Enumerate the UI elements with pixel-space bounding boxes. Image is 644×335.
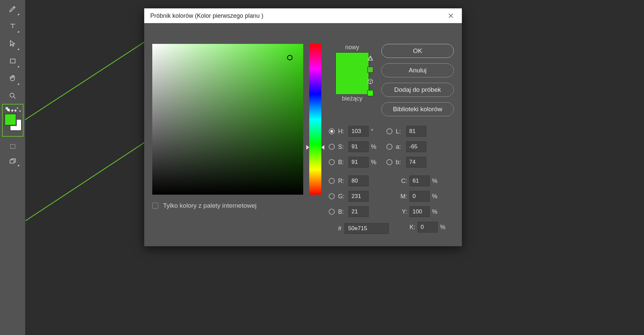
label-a: a: [396, 143, 407, 150]
add-swatch-button[interactable]: Dodaj do próbek [381, 83, 454, 97]
dialog-titlebar: Próbnik kolorów (Kolor pierwszego planu … [144, 8, 462, 23]
label-g: G: [338, 193, 349, 200]
label-r: R: [338, 178, 349, 185]
current-label: bieżący [330, 95, 374, 102]
cube-icon[interactable] [367, 78, 374, 85]
label-b2: b: [396, 159, 407, 166]
hue-pointer-right-icon [321, 145, 324, 150]
radio-b[interactable] [329, 209, 335, 215]
label-bv: B: [338, 159, 349, 166]
label-s: S: [338, 143, 349, 150]
foreground-background-swatch[interactable] [2, 104, 23, 137]
input-y[interactable] [410, 207, 429, 217]
gamut-warning-icon[interactable] [367, 55, 374, 61]
radio-bv[interactable] [329, 159, 335, 165]
input-l[interactable] [407, 126, 426, 136]
svg-rect-0 [10, 59, 15, 63]
label-m: M: [396, 193, 410, 200]
unit-bv: % [368, 159, 378, 166]
current-color-swatch[interactable] [336, 73, 369, 94]
color-picker-dialog: Próbnik kolorów (Kolor pierwszego planu … [144, 8, 462, 246]
color-libraries-button[interactable]: Biblioteki kolorów [381, 102, 454, 116]
close-icon [448, 13, 454, 19]
unit-k: % [437, 224, 447, 231]
svg-rect-5 [10, 160, 14, 163]
input-c[interactable] [410, 176, 429, 186]
cancel-button[interactable]: Anuluj [381, 63, 454, 77]
close-button[interactable] [446, 11, 456, 21]
path-select-tool[interactable] [5, 36, 21, 52]
input-h[interactable] [349, 126, 368, 136]
input-r[interactable] [349, 176, 368, 186]
swap-colors-icon[interactable] [16, 107, 22, 113]
radio-b2[interactable] [386, 159, 392, 165]
ok-button[interactable]: OK [381, 44, 454, 58]
label-k: K: [404, 224, 418, 231]
gamut-swatch[interactable] [367, 67, 373, 73]
input-hex[interactable] [345, 223, 388, 233]
svg-rect-3 [7, 109, 9, 111]
web-only-row: Tylko kolory z palety internetowej [152, 202, 257, 209]
input-k[interactable] [418, 222, 437, 232]
input-b2[interactable] [407, 157, 426, 167]
new-color-swatch[interactable] [336, 53, 369, 73]
new-label: nowy [330, 44, 374, 51]
label-h: H: [338, 128, 349, 135]
unit-h: ° [368, 128, 378, 135]
color-field[interactable] [152, 44, 303, 195]
pen-tool[interactable] [5, 1, 21, 17]
unit-c: % [429, 178, 439, 185]
radio-r[interactable] [329, 178, 335, 184]
label-c: C: [396, 178, 410, 185]
hue-slider[interactable] [309, 44, 321, 195]
hue-pointer-left-icon [306, 145, 309, 150]
default-colors-icon[interactable] [5, 107, 11, 113]
input-m[interactable] [410, 191, 429, 201]
rectangle-tool[interactable] [5, 53, 21, 69]
label-b: B: [338, 208, 349, 215]
web-only-label: Tylko kolory z palety internetowej [163, 202, 257, 209]
color-value-fields: H: ° L: S: % a: B: % b: R [329, 124, 454, 235]
input-s[interactable] [349, 142, 368, 152]
svg-rect-4 [10, 144, 15, 148]
web-only-checkbox[interactable] [152, 203, 158, 209]
input-a[interactable] [407, 142, 426, 152]
radio-g[interactable] [329, 193, 335, 199]
label-l: L: [396, 128, 407, 135]
type-tool[interactable] [5, 18, 21, 34]
dialog-title: Próbnik kolorów (Kolor pierwszego planu … [150, 12, 263, 19]
radio-a[interactable] [386, 144, 392, 150]
label-hex: # [335, 225, 345, 232]
zoom-tool[interactable] [5, 88, 21, 104]
unit-s: % [368, 143, 378, 150]
screen-mode-tool[interactable] [5, 154, 21, 168]
unit-y: % [429, 208, 439, 215]
websafe-swatch[interactable] [367, 90, 373, 96]
unit-m: % [429, 193, 439, 200]
foreground-color-swatch[interactable] [5, 114, 16, 125]
svg-point-1 [10, 93, 14, 97]
input-g[interactable] [349, 191, 368, 201]
radio-l[interactable] [386, 128, 392, 134]
label-y: Y: [396, 208, 410, 215]
quick-mask-tool[interactable] [5, 140, 21, 153]
input-bv[interactable] [349, 157, 368, 167]
radio-h[interactable] [329, 128, 335, 134]
input-b[interactable] [349, 207, 368, 217]
hand-tool[interactable] [5, 70, 21, 86]
color-field-cursor [287, 55, 292, 60]
radio-s[interactable] [329, 144, 335, 150]
